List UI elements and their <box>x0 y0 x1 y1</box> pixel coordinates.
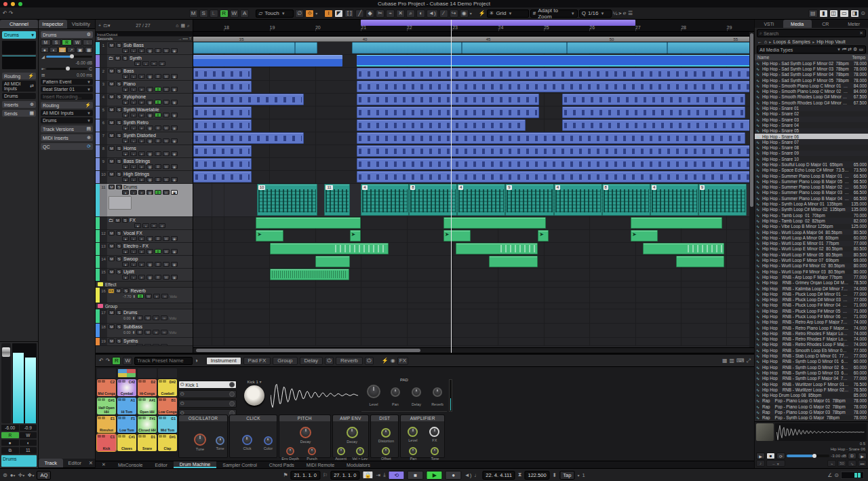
clip[interactable] <box>676 256 724 267</box>
track-control-button[interactable]: e <box>153 344 159 345</box>
media-row[interactable]: ∿Rap _ Pop - Synth Loop G Major_78bpm78.… <box>755 415 868 421</box>
track-control-button[interactable]: e <box>138 113 145 117</box>
media-row[interactable]: ∿Hip Hop - Space Echo Loop C# Minor_73.5… <box>755 168 868 173</box>
tempo-value[interactable]: 122.500 <box>524 471 549 480</box>
track-gain-value[interactable]: 0.00 <box>123 330 131 334</box>
track-write-button[interactable]: W <box>163 236 170 241</box>
track-name[interactable]: Vocal FX <box>123 231 142 235</box>
media-row[interactable]: ∿Rap _ Pop - Piano Loop G Major 02_78bpm… <box>755 404 868 409</box>
solo-button[interactable]: S <box>116 269 122 274</box>
track-control-button[interactable]: ● <box>122 100 129 104</box>
amplifier-level-knob[interactable] <box>408 427 418 437</box>
play-button[interactable]: ▶ <box>427 471 443 480</box>
gear-icon[interactable]: ⊙ <box>834 472 839 478</box>
grid-type-select[interactable]: ✳ Grid▼ <box>487 9 529 18</box>
inspector-m-button[interactable]: M <box>41 39 51 45</box>
preset-browse-icon[interactable]: ◑ <box>195 358 198 364</box>
mute-button[interactable]: M <box>108 269 115 274</box>
media-row[interactable]: ∿Hip Hop - Summer Piano Loop B Major 01_… <box>755 173 868 178</box>
home-icon[interactable]: ⌂ <box>176 23 178 28</box>
tab-track[interactable]: Track <box>39 459 63 467</box>
solo-button[interactable]: S <box>116 69 122 73</box>
clip[interactable]: 10 <box>257 184 317 216</box>
solo-button[interactable]: S <box>116 94 122 99</box>
track-write-button[interactable]: W <box>163 164 170 169</box>
tab-editor-left[interactable]: Editor <box>63 459 87 467</box>
track-read-button[interactable]: R <box>155 275 161 280</box>
inspector-l-button[interactable]: L <box>83 39 93 45</box>
automation-m-button[interactable]: M <box>189 9 198 18</box>
track-gain-value[interactable]: 0.00 <box>123 316 131 320</box>
breadcrumb-vault[interactable]: Hip Hop Vault <box>816 39 846 44</box>
clip[interactable]: 8 <box>602 184 650 216</box>
track-read-button[interactable]: R <box>136 344 143 345</box>
media-row[interactable]: ∿Hip Hop - Snare 09 <box>755 151 868 156</box>
clip[interactable] <box>357 132 745 144</box>
clip[interactable]: 4 <box>554 184 602 216</box>
media-row[interactable]: ∿Hip Hop - Snare 05 <box>755 128 868 134</box>
track-control-button[interactable]: e <box>138 249 145 254</box>
kick-name[interactable]: Kick 1 <box>247 380 258 384</box>
lz-tab-drum-machine[interactable]: Drum Machine <box>174 461 217 468</box>
track-control-button[interactable]: ◖ <box>130 275 137 280</box>
track-write-button[interactable]: W <box>163 87 170 92</box>
track-control-button[interactable]: ▣ <box>171 151 178 156</box>
grid-adapt-select[interactable]: # Adapt to Zoom▼ <box>530 9 578 18</box>
settings-icon[interactable]: ⚙ <box>853 47 857 52</box>
pencil-icon[interactable]: ∠ <box>827 472 832 478</box>
track-control-button[interactable]: ▣ <box>171 48 178 53</box>
mute-button[interactable]: M <box>108 244 115 248</box>
track-read-button[interactable]: R <box>155 177 161 182</box>
track-control-button[interactable]: ≋ <box>159 223 165 228</box>
record-mode-icon[interactable]: ●▾ <box>10 472 16 478</box>
track-control-button[interactable]: ▣ <box>171 249 178 254</box>
clip[interactable]: ➤ <box>443 230 471 242</box>
mute-button[interactable]: M <box>108 133 115 138</box>
automation-mode-select[interactable]: ▱ Touch▼ <box>256 9 294 18</box>
media-row[interactable]: ∿Hip Hop _ RNB - Wurlitzer Loop F Minor … <box>755 381 868 387</box>
media-row[interactable]: ∿Hip Hop - Summer Piano Loop B Major 05_… <box>755 178 868 184</box>
track-control-button[interactable]: ◖ <box>130 87 137 92</box>
lz-tab-modulators[interactable]: Modulators <box>340 461 376 468</box>
track-control-button[interactable]: ◖ <box>130 151 137 156</box>
dm-tab-pad-fx[interactable]: Pad FX <box>243 357 271 365</box>
track-control-button[interactable]: ▦ <box>146 164 153 169</box>
clip[interactable] <box>357 68 754 79</box>
clip[interactable] <box>315 256 350 267</box>
meter-view-icon[interactable]: ▥ <box>729 358 734 364</box>
automation-a-button[interactable]: A <box>240 9 249 18</box>
track-write-button[interactable]: W <box>163 275 170 280</box>
shuffle-icon[interactable]: ⇄ <box>848 47 852 52</box>
channel-input-routing[interactable]: All MIDI Inputs⇄ <box>2 81 36 92</box>
read-button[interactable]: R <box>1 432 19 438</box>
media-row[interactable]: ∿Hip Hop _ RNB - Synth Loop D Minor 03_6… <box>755 370 868 375</box>
media-tab-cr[interactable]: CR <box>812 20 840 28</box>
tap-tempo-button[interactable]: Tap <box>559 471 574 480</box>
track-control-button[interactable]: = <box>151 61 157 66</box>
pattern-step-row[interactable] <box>97 368 177 378</box>
erase-tool[interactable]: ◆ <box>366 9 374 18</box>
clip[interactable] <box>270 269 350 280</box>
play-tool[interactable]: ◄) <box>427 9 438 18</box>
setup-toolbar-button[interactable]: ▤ <box>808 9 818 18</box>
track-control-button[interactable]: ◖ <box>130 262 137 267</box>
media-row[interactable]: ∿Hip Hop - Wurli Loop F Minor 07_69bpm69… <box>755 257 868 263</box>
mute-button[interactable]: M <box>115 218 121 223</box>
timeline-ruler[interactable]: 181920212223242526272829 <box>193 20 754 32</box>
solo-button[interactable]: S <box>116 310 122 315</box>
track-name[interactable]: Sub Bass <box>123 43 144 47</box>
media-tab-media[interactable]: Media <box>783 20 812 28</box>
track-control-button[interactable]: ▦ <box>146 177 153 182</box>
track-control-button[interactable]: ▣ <box>171 190 178 195</box>
solo-button[interactable]: S <box>116 43 122 47</box>
track-name[interactable]: Bass Strings <box>123 159 150 163</box>
section-track-versions[interactable]: Track Versions▤ <box>41 126 93 132</box>
track-gain-value[interactable]: -7.70 <box>123 294 132 299</box>
solo-button[interactable]: S <box>116 185 122 189</box>
media-row[interactable]: ∿Hip Hop _ RNB - Synth Loop D Minor 01_6… <box>755 359 868 364</box>
clip[interactable] <box>357 94 540 105</box>
media-row[interactable]: ∿Hip Hop - Snare 03 <box>755 117 868 122</box>
drum-pad-hi-conga[interactable]: D2Hi-Conga <box>138 379 157 396</box>
track-control-button[interactable]: ▣ <box>171 100 178 104</box>
media-row[interactable]: ∿Hip Hop _ RNB - Arp Loop F Major 77bpm7… <box>755 274 868 280</box>
